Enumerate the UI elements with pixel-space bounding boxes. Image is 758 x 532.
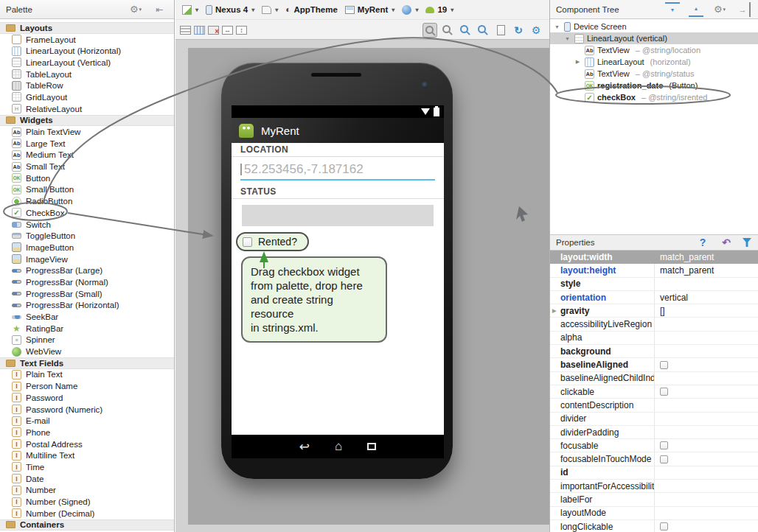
property-row[interactable]: baselineAlignedChildInde [550, 372, 758, 385]
palette-item[interactable]: AbPlain TextView [0, 126, 174, 138]
registration-date-button[interactable] [242, 205, 434, 226]
api-level-selector[interactable]: 19 [422, 1, 457, 18]
palette-item[interactable]: IPerson Name [0, 380, 174, 392]
palette-item[interactable]: TableLayout [0, 69, 174, 80]
tree-row[interactable]: ✓checkBox– @string/isrented [550, 91, 758, 103]
property-value[interactable] [655, 493, 758, 505]
property-value[interactable]: match_parent [655, 264, 758, 276]
palette-item[interactable]: IPhone [0, 427, 174, 438]
recents-icon[interactable] [367, 443, 376, 450]
palette-item[interactable]: OKSmall Button [0, 184, 174, 196]
property-row[interactable]: longClickable [550, 520, 758, 532]
activity-selector[interactable]: MyRent [341, 1, 399, 18]
device-selector[interactable]: Nexus 4 [202, 1, 258, 18]
checkbox[interactable] [660, 361, 668, 369]
checkbox[interactable] [660, 441, 668, 449]
palette-item[interactable]: INumber (Decimal) [0, 508, 174, 519]
property-value[interactable] [655, 480, 758, 492]
property-value[interactable] [655, 358, 758, 371]
property-value[interactable] [655, 452, 758, 465]
property-row[interactable]: background [550, 345, 758, 358]
property-row[interactable]: alpha [550, 332, 758, 345]
property-value[interactable] [655, 413, 758, 425]
tree-row[interactable]: ▼Device Screen [550, 21, 758, 32]
expand-arrow-icon[interactable]: ▶ [552, 308, 556, 314]
palette-item[interactable]: ✓CheckBox [0, 207, 174, 219]
palette-item[interactable]: ImageView [0, 253, 174, 265]
property-value[interactable] [655, 318, 758, 330]
palette-item[interactable]: AbMedium Text [0, 150, 174, 161]
help-icon[interactable] [695, 235, 710, 250]
property-row[interactable]: dividerPadding [550, 426, 758, 439]
palette-item[interactable]: ProgressBar (Normal) [0, 276, 174, 288]
property-value[interactable] [655, 520, 758, 532]
back-icon[interactable] [299, 439, 310, 455]
property-value[interactable] [655, 345, 758, 357]
expand-all-icon[interactable] [665, 2, 680, 17]
settings-gear-icon[interactable] [529, 23, 543, 38]
zoom-fit-icon[interactable] [423, 23, 437, 38]
palette-item[interactable]: ProgressBar (Large) [0, 265, 174, 276]
palette-item[interactable]: IPostal Address [0, 438, 174, 450]
palette-section-header[interactable]: Containers [0, 519, 174, 531]
palette-section-header[interactable]: Text Fields [0, 357, 174, 369]
property-value[interactable]: vertical [655, 291, 758, 304]
palette-item[interactable]: ProgressBar (Horizontal) [0, 300, 174, 312]
property-row[interactable]: id [550, 466, 758, 480]
tree-row[interactable]: ▶LinearLayout(horizontal) [550, 56, 758, 68]
collapse-all-icon[interactable] [689, 2, 703, 17]
gear-dropdown-icon[interactable] [712, 2, 727, 17]
property-row[interactable]: focusable [550, 439, 758, 452]
expand-arrow-icon[interactable]: ▼ [563, 36, 571, 41]
tree-row[interactable]: AbTextView– @string/location [550, 44, 758, 56]
property-row[interactable]: contentDescription [550, 399, 758, 412]
palette-item[interactable]: TableRow [0, 80, 174, 91]
palette-item[interactable]: ★RatingBar [0, 323, 174, 335]
expand-arrow-icon[interactable]: ▼ [553, 24, 561, 29]
palette-item[interactable]: IDate [0, 473, 174, 485]
location-field[interactable]: 52.253456,-7.187162 [240, 160, 435, 181]
scroll-to-source-icon[interactable] [736, 2, 751, 17]
property-row[interactable]: divider [550, 413, 758, 426]
expand-vertical-icon[interactable] [236, 26, 247, 35]
column-view-icon[interactable] [194, 26, 205, 35]
zoom-actual-icon[interactable] [440, 23, 455, 38]
property-value[interactable] [655, 372, 758, 385]
property-value[interactable] [655, 332, 758, 344]
theme-selector[interactable]: ◐AppTheme [282, 1, 341, 18]
palette-item[interactable]: RadioButton [0, 195, 174, 207]
palette-item[interactable]: HRelativeLayout [0, 103, 174, 115]
tree-row[interactable]: OKregistration_date(Button) [550, 80, 758, 91]
palette-item[interactable]: INumber [0, 485, 174, 497]
property-value[interactable] [655, 439, 758, 452]
palette-item[interactable]: OKButton [0, 172, 174, 184]
preview-doc-icon[interactable] [493, 23, 508, 38]
property-value[interactable]: match_parent [655, 251, 758, 263]
property-value[interactable] [655, 278, 758, 290]
property-row[interactable]: labelFor [550, 493, 758, 506]
palette-item[interactable]: IPassword [0, 392, 174, 404]
palette-item[interactable]: ≡Spinner [0, 335, 174, 346]
palette-item[interactable]: INumber (Signed) [0, 496, 174, 508]
palette-section-header[interactable]: Widgets [0, 115, 174, 127]
palette-item[interactable]: LinearLayout (Horizontal) [0, 45, 174, 57]
property-value[interactable] [655, 399, 758, 411]
property-value[interactable]: [] [655, 304, 758, 317]
orientation-selector[interactable] [258, 1, 282, 18]
checkbox[interactable] [660, 522, 668, 531]
tree-row[interactable]: AbTextView– @string/status [550, 68, 758, 80]
palette-item[interactable]: FrameLayout [0, 34, 174, 46]
property-row[interactable]: clickable [550, 385, 758, 399]
list-view-icon[interactable] [180, 26, 191, 35]
filter-icon[interactable] [743, 238, 751, 247]
rented-checkbox[interactable]: Rented? [236, 232, 309, 251]
palette-section-header[interactable]: Layouts [0, 22, 174, 34]
property-value[interactable] [655, 507, 758, 519]
refresh-icon[interactable] [511, 23, 526, 38]
palette-item[interactable]: AbLarge Text [0, 138, 174, 150]
zoom-in-icon[interactable] [458, 23, 473, 38]
palette-item[interactable]: IPlain Text [0, 369, 174, 381]
zoom-out-icon[interactable] [476, 23, 490, 38]
palette-item[interactable]: IMultiline Text [0, 449, 174, 461]
property-value[interactable] [655, 426, 758, 438]
